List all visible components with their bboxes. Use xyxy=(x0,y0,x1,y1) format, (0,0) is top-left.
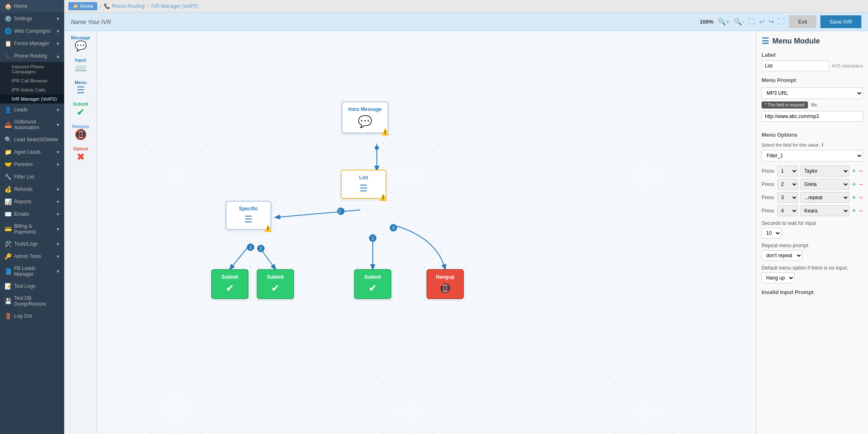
search-icon: 🔍 xyxy=(4,136,12,143)
press-1-num[interactable]: 1 xyxy=(777,166,798,176)
press-1-add[interactable]: + xyxy=(852,167,856,176)
admin-icon: 🔑 xyxy=(4,253,12,260)
sidebar-item-billing[interactable]: 💳 Billing & Payments ▼ xyxy=(0,220,64,238)
label-input[interactable] xyxy=(762,60,829,71)
node-submit-1[interactable]: Submit ✔ xyxy=(211,269,248,299)
press-2-num[interactable]: 2 xyxy=(777,179,798,190)
logout-icon: 🚪 xyxy=(4,313,12,319)
svg-text:2: 2 xyxy=(338,209,341,214)
info-icon: ℹ xyxy=(822,142,823,147)
sidebar-item-phone-routing[interactable]: 📞 Phone Routing ▲ xyxy=(0,50,64,62)
press-2-remove[interactable]: − xyxy=(858,180,863,189)
sidebar-item-emails[interactable]: ✉️ Emails ▼ xyxy=(0,208,64,220)
redo-button[interactable]: ↪ xyxy=(769,18,774,26)
select-field-row: Select the field for this value. ℹ xyxy=(762,142,863,147)
breadcrumb-phone-routing[interactable]: 📞 Phone Routing xyxy=(104,3,145,9)
sidebar-item-forms-manager[interactable]: 📋 Forms Manager ▼ xyxy=(0,37,64,50)
sidebar-item-settings[interactable]: ⚙️ Settings ▼ xyxy=(0,12,64,25)
node-submit-2[interactable]: Submit ✔ xyxy=(257,269,294,299)
module-optout[interactable]: Optout ✖ xyxy=(66,146,95,163)
node-hangup-icon: 📵 xyxy=(433,282,457,294)
url-input[interactable] xyxy=(762,111,863,122)
svg-text:4: 4 xyxy=(392,226,395,230)
seconds-select[interactable]: 10 xyxy=(762,228,781,239)
field-select[interactable]: Filter_1 xyxy=(762,150,863,162)
press-1-name[interactable]: Taylor xyxy=(800,166,849,176)
breadcrumb: 🏠 Home › 📞 Phone Routing › IVR Manager (… xyxy=(64,0,868,13)
press-2-name[interactable]: Greta xyxy=(800,179,849,190)
svg-point-5 xyxy=(369,234,376,242)
press-3-remove[interactable]: − xyxy=(858,193,863,202)
sidebar-item-tools-logs[interactable]: 🛠️ Tools/Logs ▼ xyxy=(0,238,64,250)
press-3-name[interactable]: ...repeat xyxy=(800,192,849,203)
node-hangup[interactable]: Hangup 📵 xyxy=(427,269,464,299)
node-list[interactable]: List ☰ ⚠️ xyxy=(341,170,386,199)
right-panel: ☰ Menu Module Label 4/25 characters Menu… xyxy=(756,31,868,434)
node-submit-3[interactable]: Submit ✔ xyxy=(354,269,391,299)
sidebar-item-fb-leads[interactable]: 📘 FB Leads Manager ▼ xyxy=(0,263,64,280)
menu-module-icon: ☰ xyxy=(762,36,769,46)
panel-title: ☰ Menu Module xyxy=(762,36,863,46)
reports-icon: 📊 xyxy=(4,198,12,205)
svg-line-9 xyxy=(230,246,248,269)
main-content: 🏠 Home › 📞 Phone Routing › IVR Manager (… xyxy=(64,0,868,434)
default-option-select[interactable]: Hang up repeat xyxy=(762,272,795,283)
partners-icon: 🤝 xyxy=(4,161,12,168)
sidebar-item-outbound-automation[interactable]: 📤 Outbound Automation ▼ xyxy=(0,116,64,133)
sidebar-item-ipr-call-browser[interactable]: IPR Call Browser xyxy=(0,76,64,85)
toolbar: Name Your IVR 100% 🔍+ 🔍- ⛶ ↩ ↪ ⛶ Exit Sa… xyxy=(64,13,868,31)
press-4-num[interactable]: 4 xyxy=(777,205,798,216)
undo-button[interactable]: ↩ xyxy=(759,18,764,26)
module-hangup[interactable]: Hangup 📵 xyxy=(66,124,95,140)
sidebar-item-filter-list[interactable]: 🔧 Filter List xyxy=(0,171,64,183)
sidebar-item-aged-leads[interactable]: 📁 Aged Leads ▼ xyxy=(0,146,64,158)
breadcrumb-home[interactable]: 🏠 Home xyxy=(68,2,97,10)
sidebar-item-test-logs[interactable]: 📝 Test Logs xyxy=(0,280,64,292)
press-4-name[interactable]: Keara xyxy=(800,205,849,216)
sidebar-item-partners[interactable]: 🤝 Partners ▼ xyxy=(0,158,64,171)
fullscreen-button[interactable]: ⛶ xyxy=(778,18,785,26)
outbound-icon: 📤 xyxy=(4,121,12,128)
sidebar-item-home[interactable]: 🏠 Home xyxy=(0,0,64,12)
zoom-out-button[interactable]: 🔍- xyxy=(734,18,744,26)
module-input[interactable]: Input ⌨️ xyxy=(66,58,95,74)
zoom-in-button[interactable]: 🔍+ xyxy=(718,18,730,26)
sidebar-item-lead-search[interactable]: 🔍 Lead Search/Delete xyxy=(0,133,64,146)
press-4-remove[interactable]: − xyxy=(858,207,863,215)
save-ivr-button[interactable]: Save IVR xyxy=(820,15,861,28)
sidebar-item-web-campaigns[interactable]: 🌐 Web Campaigns ▼ xyxy=(0,25,64,37)
sidebar-item-logout[interactable]: 🚪 Log Out xyxy=(0,310,64,322)
sidebar-item-ivr-manager[interactable]: IVR Manager (VoIP2) xyxy=(0,94,64,104)
press-3-num[interactable]: 3 xyxy=(777,192,798,203)
module-menu[interactable]: Menu ☰ xyxy=(66,80,95,96)
press-4-add[interactable]: + xyxy=(852,207,856,215)
sidebar-item-admin-tools[interactable]: 🔑 Admin Tools ▼ xyxy=(0,250,64,263)
press-3-add[interactable]: + xyxy=(852,193,856,202)
aged-leads-icon: 📁 xyxy=(4,149,12,155)
sidebar-item-refunds[interactable]: 💰 Refunds ▼ xyxy=(0,183,64,195)
press-1-remove[interactable]: − xyxy=(858,167,863,176)
sidebar-item-reports[interactable]: 📊 Reports ▼ xyxy=(0,195,64,208)
sidebar-item-leads[interactable]: 👤 Leads ▼ xyxy=(0,104,64,116)
label-section-title: Label xyxy=(762,52,863,58)
fit-screen-button[interactable]: ⛶ xyxy=(748,18,755,26)
exit-button[interactable]: Exit xyxy=(789,15,816,28)
sidebar-item-test-db[interactable]: 💾 Test DB Dump/Restore xyxy=(0,292,64,310)
repeat-select[interactable]: don't repeat repeat once repeat twice xyxy=(762,250,803,261)
ivr-canvas[interactable]: Message 💬 Input ⌨️ Menu ☰ Submit ✔ xyxy=(64,31,756,434)
node-specific[interactable]: Specific ☰ ⚠️ xyxy=(226,201,271,230)
press-2-add[interactable]: + xyxy=(852,180,856,189)
module-message[interactable]: Message 💬 xyxy=(66,35,95,52)
node-list-icon: ☰ xyxy=(347,183,380,194)
node-intro-message[interactable]: Intro Message 💬 ⚠️ xyxy=(342,101,388,133)
svg-text:1: 1 xyxy=(249,245,252,250)
emails-icon: ✉️ xyxy=(4,211,12,217)
phone-routing-submenu: Inbound Phone Campaigns IPR Call Browser… xyxy=(0,62,64,104)
breadcrumb-ivr-manager[interactable]: IVR Manager (VoIP2) xyxy=(151,3,198,9)
svg-text:1: 1 xyxy=(371,236,374,241)
menu-prompt-select[interactable]: MP3 URL xyxy=(762,87,863,99)
home-icon: 🏠 xyxy=(4,3,12,10)
sidebar-item-ipr-active-calls[interactable]: IPR Active Calls xyxy=(0,85,64,94)
sidebar-item-inbound-phone[interactable]: Inbound Phone Campaigns xyxy=(0,62,64,76)
module-submit[interactable]: Submit ✔ xyxy=(66,101,95,118)
